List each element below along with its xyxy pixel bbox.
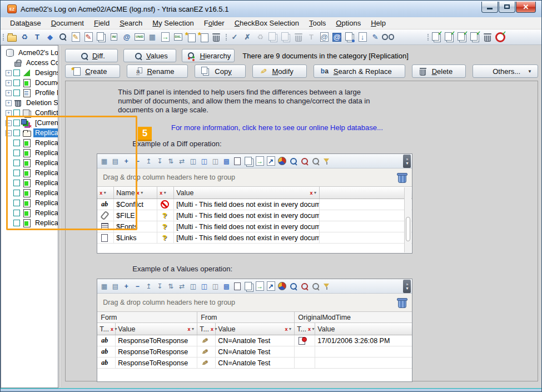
name-column-header[interactable]: Name — [114, 187, 157, 199]
export-dxl-icon[interactable] — [172, 31, 184, 43]
copy-button[interactable]: Copy — [195, 64, 246, 78]
export-rows-icon[interactable] — [254, 156, 265, 167]
zoom-out-icon[interactable] — [310, 156, 321, 167]
row-demote-icon[interactable] — [154, 281, 165, 292]
send-document-icon[interactable] — [356, 31, 369, 43]
diff-button[interactable]: Diff. — [65, 49, 118, 62]
delete-document-icon[interactable] — [210, 31, 222, 43]
tree-item[interactable]: Replication — [6, 138, 58, 148]
tree-checkbox[interactable] — [13, 190, 20, 196]
rows-swap-icon[interactable] — [165, 281, 176, 292]
tree-checkbox[interactable] — [13, 160, 20, 166]
list-at-icon[interactable] — [318, 31, 330, 43]
row-promote-icon[interactable] — [143, 281, 154, 292]
checkbox-delete-documents-icon[interactable] — [481, 31, 494, 43]
close-button[interactable]: ✕ — [516, 2, 536, 13]
export-rows-icon[interactable] — [254, 281, 265, 292]
edit-fields-icon[interactable] — [82, 31, 95, 43]
clear-grouping-trash-icon[interactable] — [397, 297, 406, 308]
remove-row-icon[interactable] — [132, 156, 143, 167]
menu-item[interactable]: Tools — [304, 18, 331, 28]
grid-vertical-scrollbar[interactable] — [404, 187, 411, 252]
values-grid-row[interactable]: ResponseToResponse CN=Anatole Test — [97, 346, 412, 358]
copy-cell-icon[interactable] — [232, 156, 243, 167]
copy-cell-icon[interactable] — [232, 281, 243, 292]
column-freeze-icon[interactable] — [187, 156, 198, 167]
refresh-icon[interactable] — [254, 31, 266, 43]
copy-rows-icon[interactable] — [243, 156, 254, 167]
diff-grid-row[interactable]: $Links [Multi - This field does not exis… — [97, 232, 412, 244]
menu-item[interactable]: My Selection — [147, 18, 198, 28]
add-row-icon[interactable] — [121, 156, 132, 167]
expand-toggle-icon[interactable] — [6, 110, 12, 116]
zoom-search-icon[interactable] — [299, 281, 310, 292]
rows-move-icon[interactable] — [176, 156, 187, 167]
rename-button[interactable]: Rename — [127, 64, 187, 78]
delete-button[interactable]: Delete — [412, 64, 466, 78]
paste-document-icon[interactable] — [267, 31, 279, 43]
grid-properties-icon[interactable] — [98, 281, 110, 292]
column-color-icon[interactable] — [198, 281, 210, 292]
tree-item[interactable]: Replication — [6, 178, 58, 188]
tree-item[interactable]: Deletion Stubs (???) — [6, 98, 58, 108]
column-plain-icon[interactable] — [210, 156, 221, 167]
checkbox-selection-toggle-icon[interactable] — [430, 31, 442, 43]
tree-checkbox[interactable] — [13, 200, 20, 206]
tree-item[interactable]: [Current] My Selection #1 (0/9) — [6, 118, 58, 128]
value-column-header[interactable]: Value — [315, 323, 412, 335]
copy-rows-icon[interactable] — [243, 281, 254, 292]
tree-item[interactable]: Replication — [6, 158, 58, 168]
new-document-list-icon[interactable] — [197, 31, 210, 43]
tree-checkbox[interactable] — [13, 150, 20, 156]
paste-title-icon[interactable] — [305, 31, 317, 43]
diff-grid-row[interactable]: $FILE [Multi - This field does not exist… — [97, 210, 412, 221]
menu-item[interactable]: CheckBox Selection — [230, 18, 304, 28]
group-by-drop-zone[interactable]: Drag & drop column headers here to group — [97, 294, 412, 312]
font-settings-icon[interactable] — [31, 31, 43, 43]
menu-item[interactable]: Help — [366, 18, 391, 28]
expand-toggle-icon[interactable] — [6, 80, 12, 86]
menu-item[interactable]: Folder — [199, 18, 230, 28]
help-database-link[interactable]: For more information, click here to see … — [138, 123, 416, 132]
clear-grouping-trash-icon[interactable] — [397, 172, 406, 183]
goto-navigator-icon[interactable] — [44, 31, 56, 43]
export-new-icon[interactable] — [265, 156, 276, 167]
zoom-in-icon[interactable] — [287, 281, 299, 292]
type-column-header[interactable]: T... — [197, 323, 216, 335]
type-column-header[interactable] — [97, 187, 114, 199]
filter-funnel-icon[interactable] — [321, 156, 332, 167]
values-grid-row[interactable]: ResponseToResponse CN=Anatole Test — [97, 358, 412, 369]
search-replace-button[interactable]: Search & Replace — [314, 64, 405, 78]
menu-item[interactable]: Field — [89, 18, 115, 28]
expand-toggle-icon[interactable] — [6, 120, 12, 126]
tree-item[interactable]: Acme02's Log — [6, 48, 58, 58]
tree-checkbox[interactable] — [13, 80, 20, 86]
binoculars-icon[interactable] — [382, 31, 394, 43]
tree-checkbox[interactable] — [13, 180, 20, 186]
tree-item[interactable]: Replication — [6, 198, 58, 208]
minimize-button[interactable] — [481, 2, 498, 13]
delete-selection-icon[interactable] — [292, 31, 305, 43]
filter-funnel-icon[interactable] — [321, 281, 332, 292]
tree-checkbox[interactable] — [13, 110, 20, 116]
toolbar-overflow-button[interactable]: »▼ — [403, 280, 411, 293]
tree-item[interactable]: Access Control List — [6, 58, 58, 68]
remove-row-icon[interactable] — [132, 281, 143, 292]
toolbar-overflow-button[interactable]: »▼ — [403, 155, 411, 168]
modify-button[interactable]: Modify — [252, 64, 307, 78]
replicate-database-icon[interactable] — [18, 31, 31, 43]
expand-toggle-icon[interactable] — [6, 130, 12, 136]
values-grid-row[interactable]: ResponseToResponse CN=Anatole Test 17/01… — [97, 335, 412, 346]
ini-settings-icon[interactable] — [108, 31, 120, 43]
at-document-icon[interactable] — [331, 31, 343, 43]
zoom-in-icon[interactable] — [287, 156, 299, 167]
tree-item[interactable]: Replication (0/9) — [6, 128, 58, 138]
copy-documents-icon[interactable] — [95, 31, 107, 43]
tree-checkbox[interactable] — [13, 90, 20, 96]
value-column-header[interactable]: Value — [116, 323, 197, 335]
rows-swap-icon[interactable] — [165, 156, 176, 167]
row-demote-icon[interactable] — [154, 156, 165, 167]
form-group-header[interactable]: Form — [97, 312, 197, 322]
from-group-header[interactable]: From — [197, 312, 295, 322]
column-color-icon[interactable] — [198, 156, 210, 167]
